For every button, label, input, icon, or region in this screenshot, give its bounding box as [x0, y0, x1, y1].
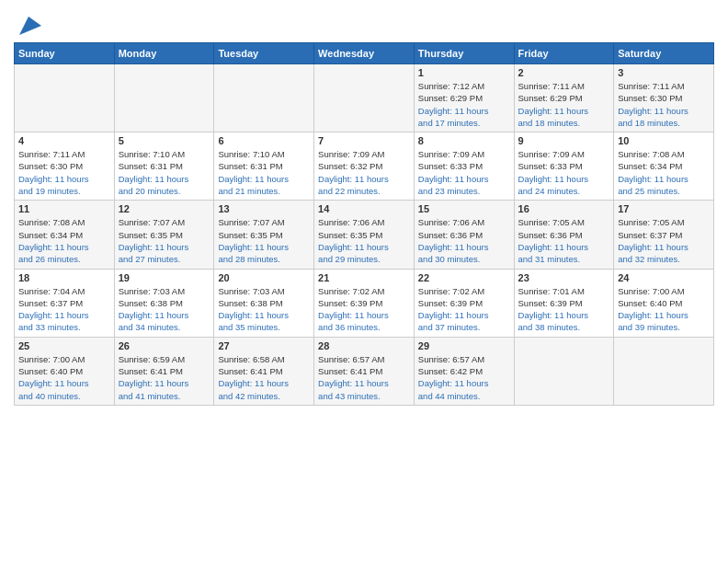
calendar-cell [614, 337, 714, 405]
day-info: Sunrise: 7:02 AMSunset: 6:39 PMDaylight:… [418, 285, 510, 334]
calendar-cell: 6Sunrise: 7:10 AMSunset: 6:31 PMDaylight… [214, 132, 314, 201]
daylight-label: Daylight: 11 hoursand 29 minutes. [318, 242, 389, 264]
column-header-wednesday: Wednesday [314, 43, 415, 64]
day-number: 2 [518, 67, 610, 78]
daylight-label: Daylight: 11 hoursand 23 minutes. [418, 174, 489, 196]
calendar-cell [114, 64, 214, 132]
daylight-label: Daylight: 11 hoursand 20 minutes. [119, 174, 189, 196]
calendar-cell [514, 337, 614, 405]
calendar-cell: 7Sunrise: 7:09 AMSunset: 6:32 PMDaylight… [314, 132, 415, 201]
calendar-cell [15, 64, 115, 132]
calendar-cell: 27Sunrise: 6:58 AMSunset: 6:41 PMDayligh… [214, 337, 314, 405]
day-info: Sunrise: 7:08 AMSunset: 6:34 PMDaylight:… [618, 148, 710, 197]
calendar-cell: 25Sunrise: 7:00 AMSunset: 6:40 PMDayligh… [15, 337, 115, 405]
calendar-table: SundayMondayTuesdayWednesdayThursdayFrid… [14, 42, 714, 406]
day-number: 16 [518, 203, 610, 214]
calendar-cell: 23Sunrise: 7:01 AMSunset: 6:39 PMDayligh… [514, 269, 614, 337]
calendar-cell: 15Sunrise: 7:06 AMSunset: 6:36 PMDayligh… [414, 201, 514, 269]
column-header-thursday: Thursday [414, 43, 514, 64]
day-info: Sunrise: 7:00 AMSunset: 6:40 PMDaylight:… [18, 353, 110, 402]
day-info: Sunrise: 7:05 AMSunset: 6:36 PMDaylight:… [518, 216, 610, 265]
day-number: 22 [418, 272, 510, 283]
day-info: Sunrise: 7:04 AMSunset: 6:37 PMDaylight:… [18, 285, 110, 334]
daylight-label: Daylight: 11 hoursand 35 minutes. [218, 310, 289, 332]
day-info: Sunrise: 6:57 AMSunset: 6:42 PMDaylight:… [418, 353, 510, 402]
daylight-label: Daylight: 11 hoursand 30 minutes. [418, 242, 489, 264]
day-number: 21 [318, 272, 410, 283]
calendar-week-row: 1Sunrise: 7:12 AMSunset: 6:29 PMDaylight… [15, 64, 714, 132]
svg-marker-0 [19, 17, 41, 35]
day-number: 23 [518, 272, 610, 283]
daylight-label: Daylight: 11 hoursand 19 minutes. [18, 174, 89, 196]
daylight-label: Daylight: 11 hoursand 37 minutes. [418, 310, 489, 332]
day-info: Sunrise: 7:08 AMSunset: 6:34 PMDaylight:… [18, 216, 110, 265]
calendar-cell [214, 64, 314, 132]
day-number: 18 [18, 272, 110, 283]
calendar-cell: 22Sunrise: 7:02 AMSunset: 6:39 PMDayligh… [414, 269, 514, 337]
calendar-cell: 28Sunrise: 6:57 AMSunset: 6:41 PMDayligh… [314, 337, 415, 405]
daylight-label: Daylight: 11 hoursand 31 minutes. [518, 242, 589, 264]
day-number: 14 [318, 203, 410, 214]
daylight-label: Daylight: 11 hoursand 17 minutes. [418, 106, 489, 128]
daylight-label: Daylight: 11 hoursand 33 minutes. [18, 310, 89, 332]
column-header-tuesday: Tuesday [214, 43, 314, 64]
daylight-label: Daylight: 11 hoursand 27 minutes. [119, 242, 189, 264]
calendar-cell: 19Sunrise: 7:03 AMSunset: 6:38 PMDayligh… [114, 269, 214, 337]
calendar-cell: 13Sunrise: 7:07 AMSunset: 6:35 PMDayligh… [214, 201, 314, 269]
day-info: Sunrise: 7:10 AMSunset: 6:31 PMDaylight:… [119, 148, 210, 197]
calendar-week-row: 18Sunrise: 7:04 AMSunset: 6:37 PMDayligh… [15, 269, 714, 337]
calendar-cell [314, 64, 415, 132]
column-header-friday: Friday [514, 43, 614, 64]
daylight-label: Daylight: 11 hoursand 24 minutes. [518, 174, 589, 196]
calendar-cell: 24Sunrise: 7:00 AMSunset: 6:40 PMDayligh… [614, 269, 714, 337]
day-info: Sunrise: 7:06 AMSunset: 6:35 PMDaylight:… [318, 216, 410, 265]
daylight-label: Daylight: 11 hoursand 44 minutes. [418, 378, 489, 400]
daylight-label: Daylight: 11 hoursand 25 minutes. [618, 174, 688, 196]
day-info: Sunrise: 7:11 AMSunset: 6:29 PMDaylight:… [518, 80, 610, 129]
calendar-cell: 11Sunrise: 7:08 AMSunset: 6:34 PMDayligh… [15, 201, 115, 269]
calendar-cell: 14Sunrise: 7:06 AMSunset: 6:35 PMDayligh… [314, 201, 415, 269]
calendar-cell: 4Sunrise: 7:11 AMSunset: 6:30 PMDaylight… [15, 132, 115, 201]
day-info: Sunrise: 7:09 AMSunset: 6:32 PMDaylight:… [318, 148, 410, 197]
calendar-cell: 29Sunrise: 6:57 AMSunset: 6:42 PMDayligh… [414, 337, 514, 405]
day-number: 24 [618, 272, 710, 283]
day-number: 17 [618, 203, 710, 214]
day-info: Sunrise: 6:57 AMSunset: 6:41 PMDaylight:… [318, 353, 410, 402]
day-info: Sunrise: 6:59 AMSunset: 6:41 PMDaylight:… [119, 353, 210, 402]
day-info: Sunrise: 7:05 AMSunset: 6:37 PMDaylight:… [618, 216, 710, 265]
day-info: Sunrise: 7:06 AMSunset: 6:36 PMDaylight:… [418, 216, 510, 265]
calendar-cell: 18Sunrise: 7:04 AMSunset: 6:37 PMDayligh… [15, 269, 115, 337]
day-info: Sunrise: 7:03 AMSunset: 6:38 PMDaylight:… [218, 285, 310, 334]
logo-icon [16, 13, 41, 39]
day-info: Sunrise: 7:11 AMSunset: 6:30 PMDaylight:… [18, 148, 110, 197]
day-info: Sunrise: 7:11 AMSunset: 6:30 PMDaylight:… [618, 80, 710, 129]
day-info: Sunrise: 7:09 AMSunset: 6:33 PMDaylight:… [418, 148, 510, 197]
day-number: 20 [218, 272, 310, 283]
calendar-cell: 16Sunrise: 7:05 AMSunset: 6:36 PMDayligh… [514, 201, 614, 269]
day-number: 25 [18, 340, 110, 351]
daylight-label: Daylight: 11 hoursand 39 minutes. [618, 310, 688, 332]
day-info: Sunrise: 7:00 AMSunset: 6:40 PMDaylight:… [618, 285, 710, 334]
calendar-cell: 3Sunrise: 7:11 AMSunset: 6:30 PMDaylight… [614, 64, 714, 132]
daylight-label: Daylight: 11 hoursand 26 minutes. [18, 242, 89, 264]
calendar-cell: 12Sunrise: 7:07 AMSunset: 6:35 PMDayligh… [114, 201, 214, 269]
day-info: Sunrise: 7:07 AMSunset: 6:35 PMDaylight:… [119, 216, 210, 265]
daylight-label: Daylight: 11 hoursand 32 minutes. [618, 242, 688, 264]
daylight-label: Daylight: 11 hoursand 21 minutes. [218, 174, 289, 196]
logo [14, 13, 41, 39]
daylight-label: Daylight: 11 hoursand 38 minutes. [518, 310, 589, 332]
day-number: 13 [218, 203, 310, 214]
day-number: 27 [218, 340, 310, 351]
daylight-label: Daylight: 11 hoursand 41 minutes. [119, 378, 189, 400]
day-number: 15 [418, 203, 510, 214]
day-number: 7 [318, 135, 410, 146]
column-header-monday: Monday [114, 43, 214, 64]
day-info: Sunrise: 7:01 AMSunset: 6:39 PMDaylight:… [518, 285, 610, 334]
day-number: 12 [119, 203, 210, 214]
calendar-week-row: 4Sunrise: 7:11 AMSunset: 6:30 PMDaylight… [15, 132, 714, 201]
day-info: Sunrise: 7:02 AMSunset: 6:39 PMDaylight:… [318, 285, 410, 334]
calendar-cell: 9Sunrise: 7:09 AMSunset: 6:33 PMDaylight… [514, 132, 614, 201]
day-number: 1 [418, 67, 510, 78]
column-header-saturday: Saturday [614, 43, 714, 64]
calendar-cell: 1Sunrise: 7:12 AMSunset: 6:29 PMDaylight… [414, 64, 514, 132]
